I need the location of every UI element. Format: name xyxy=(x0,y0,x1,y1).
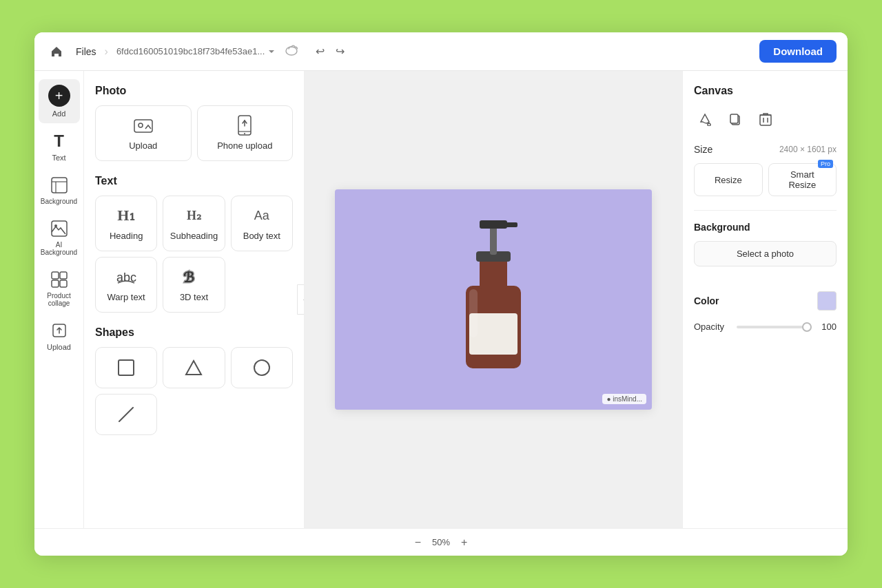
phone-upload-item[interactable]: Phone upload xyxy=(197,105,294,161)
line-shape-icon xyxy=(116,405,136,424)
photo-grid: Upload Phone upload xyxy=(95,105,293,161)
heading-icon: H₁ xyxy=(117,206,135,225)
resize-button[interactable]: Resize xyxy=(694,163,763,196)
undo-button[interactable]: ↩ xyxy=(313,42,327,61)
sidebar-item-product-collage[interactable]: Product collage xyxy=(39,264,80,313)
insmind-watermark: ● insMind... xyxy=(602,394,646,404)
color-swatch[interactable] xyxy=(817,291,837,311)
filename-label[interactable]: 6fdcd160051019bc18f73b4fe53ae1... xyxy=(116,46,276,56)
ai-background-icon xyxy=(50,219,68,238)
background-section: Background Select a photo xyxy=(694,222,837,277)
svg-rect-7 xyxy=(60,272,67,279)
warp-text-item[interactable]: abc Warp text xyxy=(95,257,157,313)
svg-rect-24 xyxy=(480,258,507,289)
opacity-label: Opacity xyxy=(694,322,731,332)
triangle-shape-icon xyxy=(184,358,203,377)
app-header: Files › 6fdcd160051019bc18f73b4fe53ae1..… xyxy=(34,32,848,71)
svg-point-5 xyxy=(54,224,57,227)
left-panel: Photo Upload Phone upload Text xyxy=(84,71,305,528)
sidebar: + Add T Text Background AI Background xyxy=(34,71,84,528)
line-shape-item[interactable] xyxy=(95,394,157,435)
heading-item[interactable]: H₁ Heading xyxy=(95,196,157,251)
3d-text-icon: ℬ xyxy=(183,267,205,286)
svg-text:ℬ: ℬ xyxy=(183,270,194,285)
shapes-grid xyxy=(95,347,293,435)
square-shape-icon xyxy=(116,358,136,377)
circle-shape-icon xyxy=(252,358,271,377)
zoom-level: 50% xyxy=(432,537,450,547)
files-link[interactable]: Files xyxy=(76,46,96,57)
select-photo-button[interactable]: Select a photo xyxy=(694,241,837,266)
sidebar-item-text[interactable]: T Text xyxy=(39,126,80,167)
canvas-actions xyxy=(694,108,837,130)
svg-rect-29 xyxy=(469,289,478,337)
upload-photo-icon xyxy=(134,116,153,135)
subheading-item[interactable]: H₂ Subheading xyxy=(163,196,225,251)
opacity-value: 100 xyxy=(817,322,837,332)
size-value: 2400 × 1601 px xyxy=(779,145,837,154)
pro-badge: Pro xyxy=(818,160,833,168)
svg-rect-6 xyxy=(52,272,59,279)
cloud-sync-icon xyxy=(284,43,299,59)
product-bottle xyxy=(442,217,545,382)
subheading-icon: H₂ xyxy=(187,206,201,225)
canvas: ● insMind... xyxy=(335,189,652,410)
background-section-title: Background xyxy=(694,222,837,233)
upload-icon xyxy=(51,321,68,340)
svg-rect-19 xyxy=(119,360,134,375)
upload-photo-item[interactable]: Upload xyxy=(95,105,192,161)
zoom-in-button[interactable]: + xyxy=(461,536,467,549)
svg-rect-1 xyxy=(52,178,67,193)
smart-resize-button[interactable]: Smart Resize Pro xyxy=(768,163,837,196)
sidebar-item-add[interactable]: + Add xyxy=(39,79,80,123)
text-grid: H₁ Heading H₂ Subheading Aa Body text ab… xyxy=(95,196,293,313)
3d-text-item[interactable]: ℬ 3D text xyxy=(163,257,225,313)
resize-buttons-group: Resize Smart Resize Pro xyxy=(694,163,837,196)
svg-rect-32 xyxy=(760,115,771,125)
delete-button[interactable] xyxy=(755,108,777,130)
svg-point-0 xyxy=(286,47,297,55)
circle-shape-item[interactable] xyxy=(231,347,293,388)
product-collage-icon xyxy=(50,270,68,289)
paint-bucket-button[interactable] xyxy=(694,108,716,130)
sidebar-item-ai-background[interactable]: AI Background xyxy=(39,213,80,262)
body-text-item[interactable]: Aa Body text xyxy=(231,196,293,251)
svg-rect-28 xyxy=(504,222,517,227)
size-label: Size xyxy=(694,144,712,155)
ai-background-label: AI Background xyxy=(41,241,77,256)
shapes-section-title: Shapes xyxy=(95,326,293,339)
svg-line-21 xyxy=(119,408,133,421)
divider-1 xyxy=(694,210,837,211)
svg-point-20 xyxy=(254,360,269,375)
download-button[interactable]: Download xyxy=(759,40,837,63)
right-panel: Canvas Size 2400 × 1601 px Resize xyxy=(682,71,848,528)
canvas-panel-title: Canvas xyxy=(694,85,837,97)
undo-redo-group: ↩ ↪ xyxy=(313,42,347,61)
product-collage-label: Product collage xyxy=(41,292,77,307)
background-icon xyxy=(50,176,68,195)
copy-button[interactable] xyxy=(724,108,746,130)
sidebar-item-background[interactable]: Background xyxy=(39,170,80,211)
home-icon[interactable] xyxy=(45,41,68,63)
opacity-row: Opacity 100 xyxy=(694,322,837,332)
redo-button[interactable]: ↪ xyxy=(333,42,347,61)
svg-rect-31 xyxy=(730,114,738,123)
triangle-shape-item[interactable] xyxy=(163,347,225,388)
svg-rect-11 xyxy=(134,120,152,132)
body-text-icon: Aa xyxy=(254,206,269,225)
panel-toggle-button[interactable]: ‹ xyxy=(297,284,305,315)
photo-section-title: Photo xyxy=(95,85,293,97)
phone-upload-icon xyxy=(238,116,252,135)
bottom-bar: − 50% + xyxy=(34,528,848,556)
color-row: Color xyxy=(694,291,837,311)
opacity-thumb[interactable] xyxy=(802,322,812,332)
size-section: Size 2400 × 1601 px Resize Smart Resize … xyxy=(694,144,837,196)
add-icon: + xyxy=(48,85,70,107)
zoom-out-button[interactable]: − xyxy=(415,536,421,549)
square-shape-item[interactable] xyxy=(95,347,157,388)
sidebar-item-upload[interactable]: Upload xyxy=(39,315,80,357)
svg-point-12 xyxy=(139,123,143,127)
svg-rect-8 xyxy=(52,280,59,287)
canvas-area[interactable]: ● insMind... xyxy=(305,71,682,528)
opacity-slider[interactable] xyxy=(737,326,812,328)
